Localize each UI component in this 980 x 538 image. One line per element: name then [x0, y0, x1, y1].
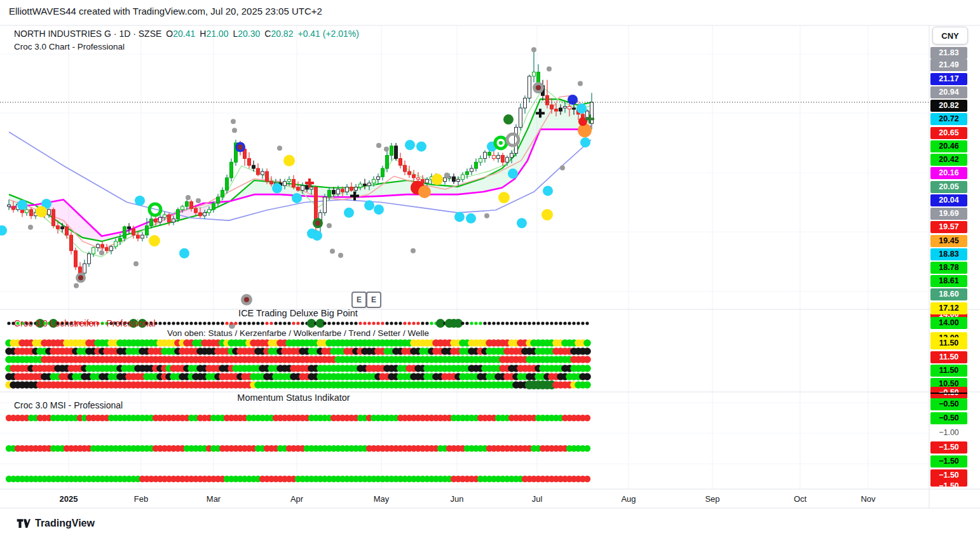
indicator-dot [225, 321, 228, 325]
symbol-legend[interactable]: NORTH INDUSTRIES G · 1D · SZSE O20.41 H2… [14, 29, 359, 39]
indicator-dot [221, 321, 224, 325]
signal-dot [503, 114, 514, 124]
candle-body [310, 187, 313, 189]
candle-body [154, 219, 158, 222]
candle-body [181, 206, 184, 210]
time-axis-label: Sep [705, 494, 719, 504]
candle-body [177, 210, 180, 219]
candle-body [190, 202, 193, 209]
indicator-dot [163, 321, 166, 325]
price-label: 20.94 [930, 86, 967, 98]
price-label: −1.50 [930, 455, 967, 467]
candle-body [395, 146, 398, 159]
indicator-dot [212, 321, 215, 325]
signal-dot [508, 168, 518, 178]
candle-body [359, 184, 362, 187]
indicator-dot [176, 321, 179, 325]
indicator-dot [381, 321, 384, 325]
candle-body [52, 210, 55, 225]
indicator-dot [584, 415, 590, 421]
indicator-dot [461, 321, 464, 325]
indicator-dot [576, 321, 580, 325]
candle-body [163, 215, 167, 217]
signal-dot [283, 155, 295, 166]
candle-body [97, 245, 100, 248]
earnings-event-icon[interactable]: E [351, 292, 367, 308]
candle-body [332, 191, 336, 194]
indicator-legend-lochstreifen[interactable]: Croc 3.0 Lochstreifen - Professional [14, 318, 156, 328]
price-label: 18.61 [930, 275, 967, 287]
price-label: 18.83 [930, 248, 967, 260]
symbol-title: NORTH INDUSTRIES G · 1D · SZSE [14, 29, 161, 39]
candle-body [564, 107, 567, 108]
indicator-dot [354, 321, 357, 325]
tradingview-logo[interactable]: TradingView [17, 516, 95, 530]
candle-body [261, 171, 264, 175]
indicator-dot [403, 321, 406, 325]
indicator-dot [425, 321, 428, 325]
candle-body [493, 156, 496, 159]
candle-body [301, 185, 304, 190]
candle-body [501, 156, 505, 163]
signal-dot [344, 208, 354, 218]
signal-dot [149, 235, 160, 246]
indicator-dot [229, 321, 233, 325]
indicator-dot [301, 321, 304, 325]
signal-dot [186, 195, 191, 200]
signal-dot [568, 95, 578, 105]
candle-body [292, 179, 296, 187]
price-label: −1.50 [930, 441, 967, 454]
candle-body [404, 165, 407, 171]
time-axis-label: Aug [621, 494, 636, 504]
candle-body [128, 227, 131, 229]
indicator-dot [583, 381, 591, 389]
candle-body [372, 179, 376, 183]
signal-dot [484, 213, 489, 219]
indicator-dot [550, 321, 553, 325]
signal-dot [133, 261, 139, 266]
candle-body [12, 206, 15, 210]
earnings-event-icon[interactable]: E [366, 292, 381, 308]
signal-dot [231, 119, 236, 124]
price-label: 20.82 [930, 100, 967, 112]
price-label: 11.50 [930, 351, 967, 363]
indicator-dot [252, 321, 255, 325]
candle-body [208, 210, 211, 213]
indicator-dot [287, 321, 290, 325]
indicator-dot [545, 321, 548, 325]
candle-body [328, 191, 331, 198]
candle-body [221, 191, 224, 198]
candle-body [199, 213, 202, 216]
indicator-dot [283, 321, 286, 325]
tradingview-logo-icon [17, 516, 31, 530]
indicator-dot [563, 321, 566, 325]
indicator-dot [510, 321, 513, 325]
indicator-dot [345, 321, 348, 325]
price-label: 20.05 [930, 181, 967, 193]
main-chart-svg[interactable] [0, 0, 980, 538]
indicator-dot [465, 321, 468, 325]
signal-dot [444, 173, 449, 178]
signal-dot [36, 206, 47, 217]
time-axis-label: Feb [134, 494, 148, 504]
signal-dot [541, 209, 553, 220]
indicator-dot [421, 321, 424, 325]
indicator-dot [167, 321, 170, 325]
candle-body [172, 219, 175, 222]
candle-body [550, 105, 554, 109]
price-label: 20.04 [930, 194, 967, 206]
price-label: 11.50 [930, 365, 967, 377]
signal-dot [466, 213, 476, 224]
indicator-dot [532, 321, 535, 325]
price-label: 21.49 [930, 59, 967, 71]
indicator-legend-croc-chart[interactable]: Croc 3.0 Chart - Professional [14, 42, 125, 51]
candle-body [533, 72, 536, 76]
candle-body [377, 177, 380, 179]
candle-body [444, 178, 447, 182]
indicator-legend-msi[interactable]: Croc 3.0 MSI - Professional [14, 400, 123, 410]
indicator-dot [470, 321, 473, 325]
currency-button[interactable]: CNY [932, 27, 968, 44]
candle-body [257, 168, 260, 175]
signal-dot [338, 253, 343, 258]
candle-body [150, 219, 153, 226]
